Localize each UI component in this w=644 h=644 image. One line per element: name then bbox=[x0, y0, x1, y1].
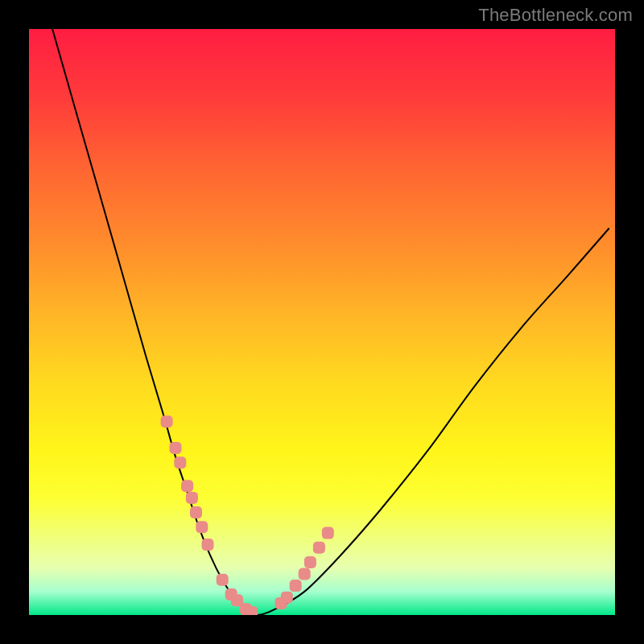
highlight-dot bbox=[181, 480, 193, 492]
highlight-dot bbox=[196, 521, 208, 533]
highlight-dot bbox=[190, 506, 202, 518]
highlight-dot bbox=[202, 539, 214, 551]
highlight-dot bbox=[313, 542, 325, 554]
watermark-text: TheBottleneck.com bbox=[478, 5, 633, 26]
highlight-dot bbox=[246, 606, 258, 615]
chart-svg bbox=[29, 29, 615, 615]
chart-frame: TheBottleneck.com bbox=[0, 0, 644, 644]
highlight-dot bbox=[161, 415, 173, 427]
plot-area bbox=[29, 29, 615, 615]
highlight-dot bbox=[290, 580, 302, 592]
highlight-dot bbox=[170, 442, 182, 454]
highlight-dot bbox=[304, 556, 316, 568]
highlight-dot bbox=[217, 574, 229, 586]
highlight-dots bbox=[161, 415, 334, 615]
highlight-dot bbox=[281, 592, 293, 604]
highlight-dot bbox=[322, 527, 334, 539]
highlight-dot bbox=[174, 456, 186, 469]
highlight-dot bbox=[186, 492, 198, 504]
highlight-dot bbox=[299, 568, 311, 580]
